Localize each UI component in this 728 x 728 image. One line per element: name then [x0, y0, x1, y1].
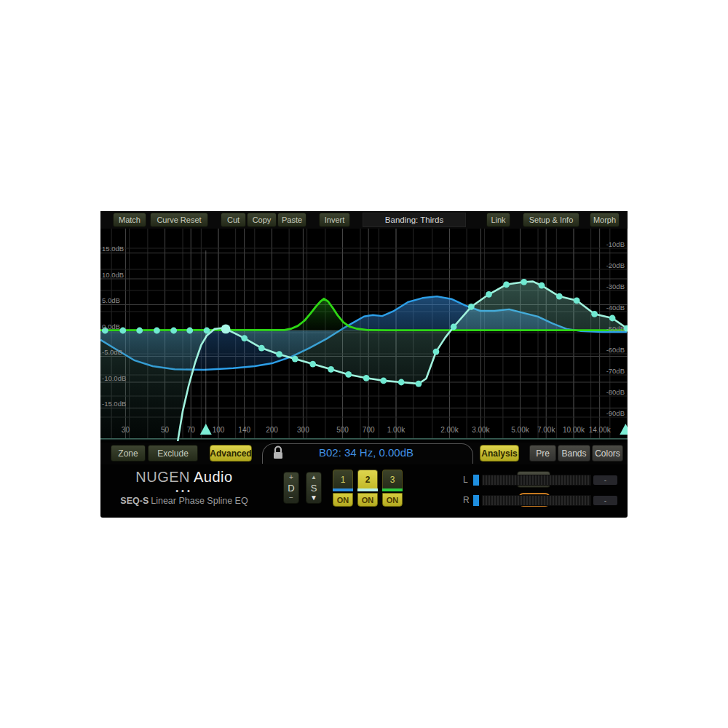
spline-control-point[interactable] [186, 328, 193, 334]
spline-control-point-selected[interactable] [221, 325, 231, 334]
freq-axis-label: 1.00k [387, 426, 405, 434]
pre-button[interactable]: Pre [529, 445, 556, 462]
gain-axis-label: -5.0dB [102, 348, 122, 356]
analysis-axis-label: -80dB [606, 388, 625, 396]
status-bar: Zone Exclude Advanced B02: 34 Hz, 0.00dB… [100, 443, 628, 464]
spline-control-point[interactable] [241, 335, 248, 341]
spline-control-point[interactable] [154, 328, 160, 334]
advanced-button[interactable]: Advanced [210, 445, 252, 462]
band-3-on-toggle[interactable]: ON [382, 493, 403, 507]
spline-control-point[interactable] [136, 328, 143, 334]
analysis-axis-label: -90dB [606, 409, 625, 417]
spline-control-point[interactable] [328, 366, 334, 373]
band-1-select[interactable]: 1 [333, 470, 353, 488]
curve-reset-button[interactable]: Curve Reset [150, 213, 208, 227]
spline-control-point[interactable] [363, 375, 370, 381]
freq-axis-label: 5.00k [511, 426, 529, 434]
colors-button[interactable]: Colors [592, 445, 623, 462]
band-3-select[interactable]: 3 [382, 470, 403, 488]
band-1-on-toggle[interactable]: ON [333, 493, 353, 507]
spline-control-point[interactable] [204, 328, 210, 334]
freq-axis-label: 100 [213, 426, 225, 434]
meter-left-label: L [463, 475, 468, 485]
zone-button[interactable]: Zone [111, 445, 146, 462]
spline-control-point[interactable] [486, 291, 492, 298]
band-button-2: 2 ON [357, 470, 378, 507]
spline-control-point[interactable] [609, 315, 616, 322]
spline-control-point[interactable] [170, 328, 177, 334]
freq-axis-label: 200 [266, 426, 278, 434]
setup-info-button[interactable]: Setup & Info [523, 213, 579, 227]
footer-panel: NUGEN Audio ••• SEQ-SLinear Phase Spline… [100, 464, 628, 518]
band-2-on-toggle[interactable]: ON [357, 493, 378, 507]
freq-axis-label: 70 [187, 426, 196, 434]
spline-control-point[interactable] [398, 379, 405, 386]
analysis-axis-label: -40dB [606, 304, 625, 312]
dither-button[interactable]: + D − [283, 472, 299, 504]
freq-axis-label: 50 [161, 426, 170, 434]
spline-control-point[interactable] [119, 328, 126, 334]
freq-axis-label: 700 [363, 426, 375, 434]
spline-control-point[interactable] [591, 311, 598, 317]
band-2-number: 2 [365, 475, 371, 485]
bands-button[interactable]: Bands [558, 445, 590, 462]
spline-control-point[interactable] [345, 371, 352, 378]
gain-axis-label: 0.0dB [102, 323, 120, 331]
band-3-number: 3 [390, 475, 395, 485]
brand-nugen: NUGEN [135, 469, 190, 485]
band-marker-triangle[interactable] [200, 424, 212, 435]
s-stepper[interactable]: ▲ S ▼ [306, 472, 322, 504]
gain-axis-label: -15.0dB [102, 400, 126, 408]
copy-button[interactable]: Copy [247, 213, 277, 227]
spline-control-point[interactable] [539, 282, 545, 289]
dither-label: D [288, 483, 294, 493]
s-down-arrow-icon[interactable]: ▼ [310, 494, 317, 502]
brand-audio: Audio [194, 469, 233, 485]
plot-bottom-edge [100, 438, 628, 440]
analysis-axis-label: -50dB [606, 325, 625, 333]
spline-control-point[interactable] [503, 281, 510, 288]
analysis-axis-label: -30dB [606, 282, 625, 290]
band-2-select[interactable]: 2 [357, 470, 378, 488]
spline-control-point[interactable] [468, 304, 475, 310]
spline-control-point[interactable] [574, 297, 580, 304]
spline-control-point[interactable] [258, 345, 265, 352]
brand-logo: NUGEN Audio [115, 469, 253, 486]
product-subtitle: Linear Phase Spline EQ [151, 496, 248, 506]
eq-graph[interactable]: 3050701001402003005007001.00k2.00k3.00k5… [100, 229, 628, 441]
link-button[interactable]: Link [486, 213, 510, 227]
freq-axis-label: 7.00k [537, 426, 555, 434]
cut-button[interactable]: Cut [221, 213, 246, 227]
morph-button[interactable]: Morph [590, 213, 620, 227]
freq-axis-label: 2.00k [440, 426, 459, 434]
right-edge-marker-triangle[interactable] [620, 424, 628, 435]
match-button[interactable]: Match [113, 213, 146, 227]
toolbar: Match Curve Reset Cut Copy Paste Invert … [100, 211, 628, 229]
spline-control-point[interactable] [416, 381, 422, 387]
dither-minus[interactable]: − [289, 494, 293, 502]
meter-right-track [482, 495, 591, 506]
eq-graph-area[interactable]: 3050701001402003005007001.00k2.00k3.00k5… [100, 229, 628, 441]
paste-button[interactable]: Paste [277, 213, 306, 227]
dither-plus[interactable]: + [289, 474, 293, 481]
meter-left-clip-indicator [473, 475, 479, 486]
spline-control-point[interactable] [451, 324, 457, 331]
band-1-number: 1 [341, 475, 346, 485]
spline-control-point[interactable] [276, 351, 282, 357]
s-up-arrow-icon[interactable]: ▲ [311, 474, 317, 481]
spline-control-point[interactable] [292, 356, 298, 363]
s-label: S [311, 483, 317, 493]
meter-right-clip-indicator [473, 495, 479, 506]
analysis-button[interactable]: Analysis [480, 445, 519, 462]
spline-control-point[interactable] [521, 279, 527, 285]
banding-selector[interactable]: Banding: Thirds [363, 213, 466, 227]
invert-button[interactable]: Invert [319, 213, 350, 227]
freq-axis-label: 3.00k [472, 426, 490, 434]
spline-control-point[interactable] [433, 349, 440, 355]
spline-control-point[interactable] [309, 361, 316, 368]
meter-left-track [482, 475, 591, 486]
gain-axis-label: 10.0dB [102, 271, 124, 279]
exclude-button[interactable]: Exclude [148, 445, 198, 462]
spline-control-point[interactable] [556, 293, 563, 300]
spline-control-point[interactable] [380, 378, 387, 384]
